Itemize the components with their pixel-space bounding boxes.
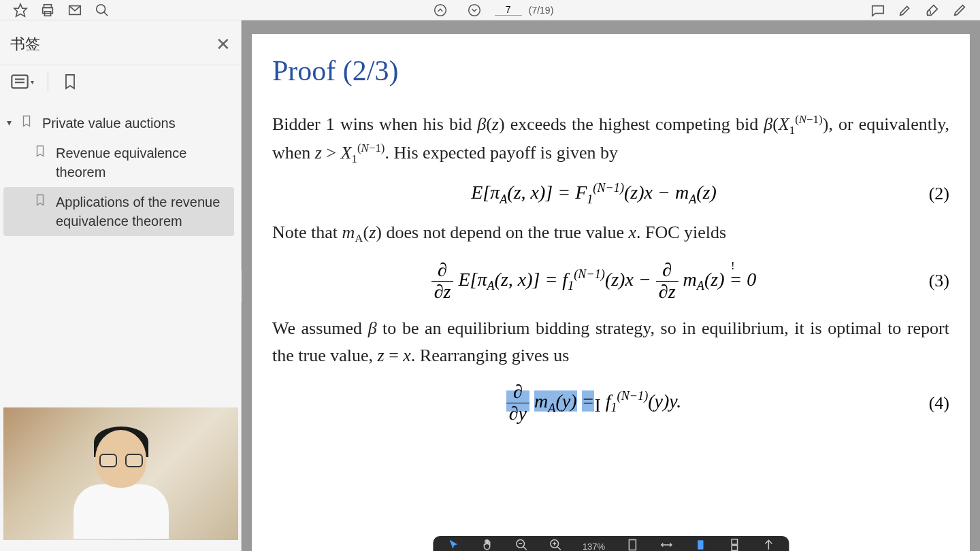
tree-child-item[interactable]: Applications of the revenue equivalence … <box>3 187 234 236</box>
tree-item-label: Applications of the revenue equivalence … <box>56 193 231 231</box>
single-page-icon[interactable] <box>693 538 707 551</box>
print-icon[interactable] <box>34 1 61 20</box>
tree-item-label: Revenue equivalence theorem <box>56 144 231 182</box>
equation-2: E[πA(z, x)] = F1(N−1)(z)x − mA(z) (2) <box>272 181 949 207</box>
tree-child-item[interactable]: Revenue equivalence theorem <box>3 138 234 187</box>
bookmark-icon <box>34 144 50 162</box>
equation-number: (3) <box>915 271 949 291</box>
svg-point-7 <box>434 4 446 16</box>
zoom-level[interactable]: 137% <box>583 541 605 552</box>
close-sidebar-button[interactable]: ✕ <box>216 35 231 53</box>
webcam-overlay <box>3 407 238 540</box>
fit-page-icon[interactable] <box>625 538 639 551</box>
bookmark-icon <box>34 193 50 211</box>
zoom-out-icon[interactable] <box>514 538 528 551</box>
paragraph-3: We assumed β to be an equilibrium biddin… <box>272 315 949 370</box>
page-total: (7/19) <box>529 5 554 16</box>
equation-number: (2) <box>915 184 949 204</box>
comment-icon[interactable] <box>864 1 892 20</box>
sign-icon[interactable] <box>919 1 946 20</box>
search-icon[interactable] <box>88 1 116 20</box>
page-navigation: (7/19) <box>427 1 554 20</box>
chevron-down-icon[interactable]: ▾ <box>7 117 20 128</box>
svg-rect-22 <box>732 539 737 545</box>
svg-rect-21 <box>698 540 703 549</box>
svg-rect-19 <box>629 540 636 550</box>
cursor-icon[interactable] <box>446 538 460 551</box>
edit-icon[interactable] <box>946 1 973 20</box>
sidebar-title: 书签 <box>10 34 40 54</box>
highlight-icon[interactable] <box>892 1 919 20</box>
equation-3: ∂∂z E[πA(z, x)] = f1(N−1)(z)x − ∂∂z mA(z… <box>272 260 949 303</box>
page-down-icon[interactable] <box>461 1 488 20</box>
continuous-icon[interactable] <box>728 538 741 551</box>
tree-item-label: Private value auctions <box>42 114 231 133</box>
svg-line-14 <box>523 547 526 550</box>
top-toolbar: (7/19) <box>0 0 980 20</box>
proof-heading: Proof (2/3) <box>272 54 949 87</box>
paragraph-2: Note that mA(z) does not depend on the t… <box>272 219 949 248</box>
scroll-up-icon[interactable] <box>762 538 775 551</box>
bookmark-icon <box>20 114 37 132</box>
equation-number: (4) <box>915 393 949 414</box>
add-bookmark-icon[interactable] <box>62 72 78 91</box>
paragraph-1: Bidder 1 wins when his bid β(z) exceeds … <box>272 111 949 169</box>
svg-marker-0 <box>14 3 27 16</box>
page-number-input[interactable] <box>495 4 522 16</box>
tree-parent-item[interactable]: ▾ Private value auctions <box>3 108 234 138</box>
zoom-in-icon[interactable] <box>549 538 562 551</box>
pdf-page: Proof (2/3) Bidder 1 wins when his bid β… <box>252 34 970 551</box>
floating-toolbar: 137% <box>433 536 789 551</box>
svg-point-5 <box>97 4 105 13</box>
page-up-icon[interactable] <box>427 1 454 20</box>
hand-icon[interactable] <box>480 538 494 551</box>
fit-width-icon[interactable] <box>659 538 673 551</box>
bookmarks-sidebar: 书签 ✕ ▾ ▾ Private value auctions Revenue … <box>0 20 242 551</box>
svg-rect-9 <box>12 76 27 88</box>
svg-line-6 <box>104 12 108 16</box>
bookmark-tree: ▾ Private value auctions Revenue equival… <box>0 105 241 239</box>
equation-4: ∂∂y mA(y) =​I f1(N−1)(y)y. (4) <box>272 382 949 424</box>
mail-icon[interactable] <box>61 1 88 20</box>
document-viewport[interactable]: Proof (2/3) Bidder 1 wins when his bid β… <box>242 20 980 551</box>
svg-line-18 <box>557 547 560 550</box>
star-icon[interactable] <box>7 1 34 20</box>
svg-rect-23 <box>732 546 737 551</box>
svg-point-8 <box>468 4 480 16</box>
outline-view-icon[interactable]: ▾ <box>10 72 34 91</box>
